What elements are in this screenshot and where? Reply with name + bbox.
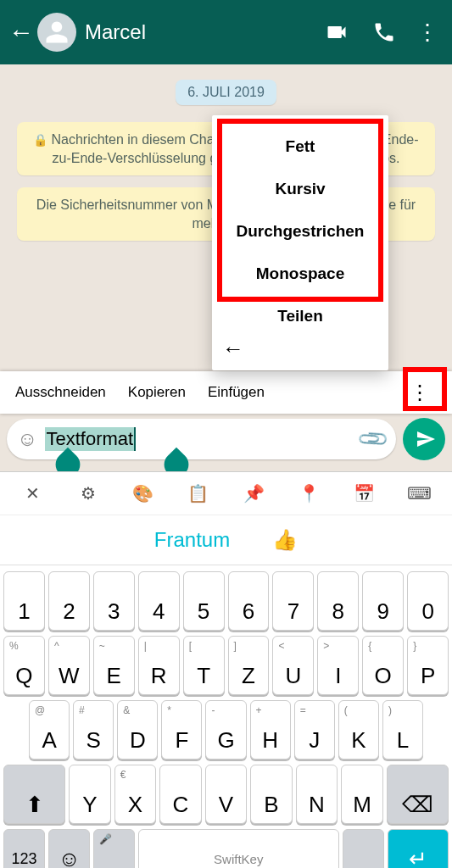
kb-key-g[interactable]: G- [205,700,246,760]
kb-toolbar: ✕ ⚙ 🎨 📋 📌 📍 📅 ⌨ [0,472,452,515]
avatar[interactable] [37,13,76,52]
kb-key-i[interactable]: I> [317,636,359,695]
kb-key-s[interactable]: S# [73,700,114,760]
kb-period-key[interactable]: . [343,829,384,868]
kb-key-q[interactable]: Q% [3,636,45,695]
kb-123-key[interactable]: 123 [3,829,45,868]
kb-key-p[interactable]: P} [407,636,449,695]
kb-key-n[interactable]: N [296,765,338,824]
contact-name[interactable]: Marcel [85,20,313,44]
send-button[interactable] [403,418,445,460]
emoji-picker-icon[interactable]: ☺ [17,427,38,451]
kb-pin-icon[interactable]: 📌 [226,483,282,504]
kb-key-c[interactable]: C [159,765,202,824]
kb-key-u[interactable]: U< [272,636,314,695]
mic-icon: 🎤 [99,833,112,845]
keyboard: ✕ ⚙ 🎨 📋 📌 📍 📅 ⌨ Frantum 👍 1234567890 Q%W… [0,471,452,868]
kb-suggestion[interactable]: Frantum [154,528,230,552]
video-call-icon[interactable] [325,20,349,44]
kb-key-f[interactable]: F* [161,700,202,760]
popup-back-icon[interactable]: ← [212,327,388,367]
cut-action[interactable]: Ausschneiden [15,384,106,401]
kb-key-o[interactable]: O{ [362,636,404,695]
lock-icon: 🔒 [33,133,47,147]
kb-location-icon[interactable]: 📍 [282,483,337,504]
kb-key-j[interactable]: J= [294,700,335,760]
kb-key-v[interactable]: V [205,765,248,824]
kb-key-a[interactable]: A@ [29,700,70,760]
kb-key-w[interactable]: W^ [48,636,90,695]
kb-key-l[interactable]: L) [382,700,423,760]
message-text-selected[interactable]: Textformat [45,427,136,451]
back-arrow-icon[interactable]: ← [8,18,34,47]
format-menu-popup: Fett Kursiv Durchgestrichen Monospace Te… [212,115,388,370]
kb-key-3[interactable]: 3 [93,571,135,631]
kb-key-x[interactable]: X€ [114,765,157,824]
kb-key-0[interactable]: 0 [407,571,449,631]
kb-clipboard-icon[interactable]: 📋 [170,483,226,504]
attach-icon[interactable]: 📎 [355,421,390,456]
kb-key-4[interactable]: 4 [138,571,180,631]
format-italic[interactable]: Kursiv [222,168,378,210]
paste-action[interactable]: Einfügen [208,384,265,401]
date-pill: 6. JULI 2019 [176,80,276,105]
highlight-box: Fett Kursiv Durchgestrichen Monospace [217,119,383,302]
kb-comma-key[interactable]: ,🎤 [93,829,135,868]
kb-key-7[interactable]: 7 [272,571,314,631]
kb-key-d[interactable]: D& [117,700,158,760]
kb-row-numbers: 1234567890 [2,569,450,633]
kb-key-y[interactable]: Y [69,765,111,824]
kb-backspace-key[interactable]: ⌫ [387,765,449,824]
kb-enter-key[interactable]: ↵ [388,829,449,868]
format-strike[interactable]: Durchgestrichen [222,210,378,253]
copy-action[interactable]: Kopieren [128,384,186,401]
kb-key-h[interactable]: H+ [250,700,291,760]
kb-row-3: ⬆ YX€CVBNM ⌫ [2,762,450,826]
kb-key-m[interactable]: M [341,765,383,824]
format-share[interactable]: Teilen [212,303,388,327]
kb-key-1[interactable]: 1 [3,571,45,631]
kb-row-1: Q%W^E~R|T[Z]U<I>O{P} [2,633,450,698]
kb-suggestion-bar: Frantum 👍 [0,515,452,565]
format-mono[interactable]: Monospace [222,253,378,295]
kb-emoji-key[interactable]: ☺ [48,829,90,868]
kb-key-r[interactable]: R| [138,636,180,695]
kb-key-9[interactable]: 9 [362,571,404,631]
kb-key-5[interactable]: 5 [183,571,225,631]
kb-space-key[interactable]: SwiftKey [138,829,339,868]
kb-key-8[interactable]: 8 [317,571,359,631]
kb-key-b[interactable]: B [250,765,293,824]
highlight-box-2 [403,367,447,411]
kb-layout-icon[interactable]: ⌨ [392,483,447,504]
kb-key-e[interactable]: E~ [93,636,135,695]
kb-row-4: 123 ☺ ,🎤 SwiftKey . ↵ [2,826,450,868]
selection-toolbar: Ausschneiden Kopieren Einfügen ⋮ [0,371,452,414]
kb-calendar-icon[interactable]: 📅 [337,483,392,504]
kb-key-t[interactable]: T[ [183,636,225,695]
phone-call-icon[interactable] [372,20,396,44]
chat-header: ← Marcel ⋮ [0,0,452,64]
kb-key-z[interactable]: Z] [228,636,270,695]
format-bold[interactable]: Fett [222,125,378,168]
kb-close-icon[interactable]: ✕ [5,483,60,504]
kb-settings-icon[interactable]: ⚙ [60,483,115,504]
kb-key-6[interactable]: 6 [228,571,270,631]
more-options-icon[interactable]: ⋮ [416,19,438,46]
kb-theme-icon[interactable]: 🎨 [115,483,170,504]
kb-emoji-suggestion[interactable]: 👍 [272,528,298,552]
kb-row-2: A@S#D&F*G-H+J=K(L) [2,698,450,762]
person-icon [44,19,70,45]
send-icon [416,429,436,449]
kb-shift-key[interactable]: ⬆ [3,765,65,824]
kb-key-k[interactable]: K( [338,700,379,760]
kb-key-2[interactable]: 2 [48,571,90,631]
